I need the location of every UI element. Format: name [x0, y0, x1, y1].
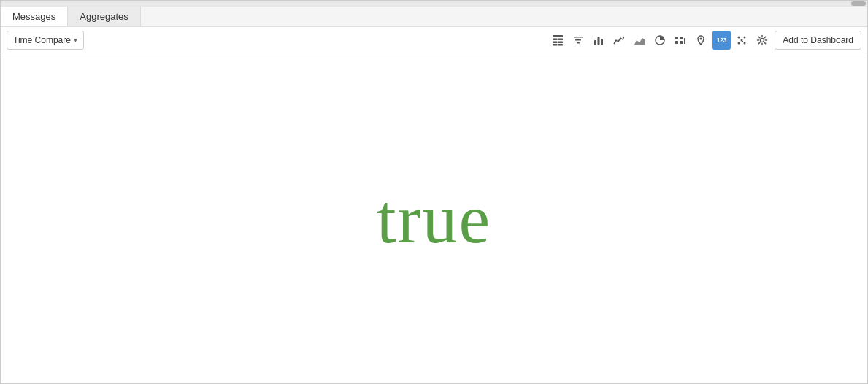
svg-rect-18: [680, 41, 683, 44]
number-icon[interactable]: 123: [712, 31, 731, 50]
line-chart-icon[interactable]: [610, 31, 629, 50]
filter-icon[interactable]: [569, 31, 588, 50]
settings-icon[interactable]: [753, 31, 772, 50]
tab-aggregates[interactable]: Aggregates: [68, 7, 141, 26]
main-content: true: [1, 53, 867, 383]
svg-point-23: [744, 36, 746, 38]
svg-rect-5: [553, 44, 558, 46]
svg-rect-3: [553, 41, 558, 43]
bar-chart-icon[interactable]: [589, 31, 608, 50]
add-to-dashboard-button[interactable]: Add to Dashboard: [775, 31, 861, 50]
svg-rect-7: [574, 37, 583, 38]
svg-rect-10: [594, 40, 596, 45]
svg-rect-1: [553, 38, 558, 40]
svg-point-20: [700, 37, 702, 39]
pivot-icon[interactable]: [732, 31, 751, 50]
chevron-down-icon: ▾: [74, 36, 77, 44]
toolbar: Time Compare ▾: [1, 27, 867, 53]
tab-bar: Messages Aggregates: [1, 7, 867, 27]
pie-chart-icon[interactable]: [650, 31, 669, 50]
svg-rect-12: [601, 39, 603, 45]
combo-icon[interactable]: [671, 31, 690, 50]
svg-marker-13: [634, 38, 645, 45]
svg-rect-8: [575, 39, 581, 41]
svg-rect-19: [684, 38, 685, 44]
svg-rect-2: [558, 38, 564, 40]
svg-rect-16: [680, 37, 683, 39]
toolbar-icons: 123: [548, 31, 772, 50]
map-icon[interactable]: [691, 31, 710, 50]
table-icon[interactable]: [548, 31, 567, 50]
svg-rect-4: [558, 41, 564, 43]
value-display: true: [377, 178, 491, 259]
time-compare-button[interactable]: Time Compare ▾: [7, 31, 84, 50]
svg-rect-9: [577, 42, 580, 44]
svg-rect-0: [553, 35, 563, 37]
scrollbar-top: [1, 1, 867, 7]
svg-line-26: [739, 37, 745, 43]
tab-messages[interactable]: Messages: [1, 7, 68, 26]
svg-rect-17: [675, 41, 678, 44]
svg-rect-15: [675, 37, 678, 39]
svg-rect-6: [558, 44, 564, 46]
svg-point-27: [761, 38, 764, 42]
main-window: Messages Aggregates Time Compare ▾: [0, 0, 868, 384]
svg-point-22: [738, 42, 740, 44]
scrollbar-thumb[interactable]: [851, 1, 866, 6]
area-chart-icon[interactable]: [630, 31, 649, 50]
svg-rect-11: [598, 37, 600, 45]
